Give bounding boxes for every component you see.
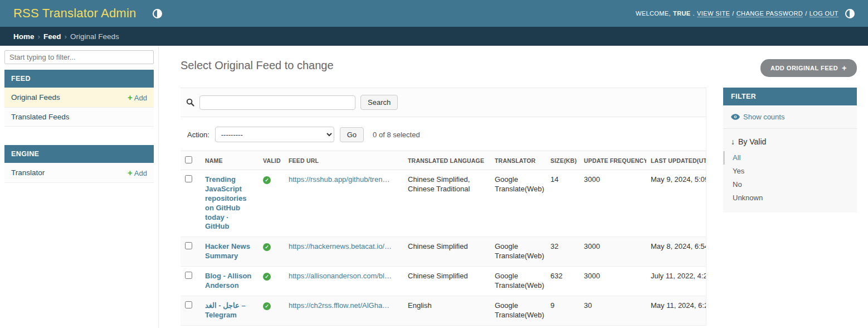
breadcrumb-separator: ›: [65, 32, 67, 41]
eye-icon: [731, 114, 740, 120]
col-header-translator[interactable]: TRANSLATOR: [490, 151, 546, 170]
breadcrumb: Home › Feed › Original Feeds: [0, 27, 868, 46]
welcome-suffix: .: [693, 10, 695, 17]
table-row: عاجل - الغد – Telegram https://ch2rss.ff…: [181, 296, 706, 325]
feed-name-link[interactable]: Trending JavaScript repositories on GitH…: [205, 175, 246, 230]
col-header-name[interactable]: NAME: [201, 151, 259, 170]
breadcrumb-current: Original Feeds: [70, 32, 119, 41]
changelist: Search Action: --------- Go 0 of 8 selec…: [181, 88, 706, 326]
log-out-link[interactable]: LOG OUT: [810, 10, 838, 17]
table-row: Trending JavaScript repositories on GitH…: [181, 170, 706, 237]
col-header-last-updated[interactable]: LAST UPDATED(UTC): [646, 151, 706, 170]
col-header-valid[interactable]: VALID: [259, 151, 284, 170]
size-cell: 32: [546, 237, 579, 267]
row-checkbox[interactable]: [185, 175, 192, 182]
select-all-checkbox[interactable]: [185, 156, 192, 163]
filter-option-yes[interactable]: Yes: [723, 165, 857, 178]
sidebar-item-label[interactable]: Original Feeds: [11, 93, 60, 102]
row-checkbox[interactable]: [185, 242, 192, 249]
search-input[interactable]: [199, 95, 355, 110]
last-updated-cell: May 8, 2024, 6:54 a.m.: [646, 237, 706, 267]
table-row: Blog - Allison Anderson https://allisona…: [181, 267, 706, 296]
row-checkbox[interactable]: [185, 301, 192, 308]
go-button[interactable]: Go: [340, 127, 364, 142]
size-cell: 14: [546, 170, 579, 237]
col-header-size[interactable]: SIZE(KB): [546, 151, 579, 170]
size-cell: 632: [546, 267, 579, 296]
translated-language-cell: Chinese Simplified: [403, 267, 490, 296]
breadcrumb-separator: ›: [38, 32, 41, 41]
show-counts-toggle[interactable]: Show counts: [723, 105, 857, 129]
change-password-link[interactable]: CHANGE PASSWORD: [737, 10, 803, 17]
action-label: Action:: [187, 131, 209, 139]
breadcrumb-feed[interactable]: Feed: [43, 32, 61, 41]
valid-check-icon: [263, 243, 271, 251]
update-frequency-cell: 3000: [579, 170, 646, 237]
sidebar-item-label[interactable]: Translator: [11, 168, 45, 177]
size-cell: 9: [546, 296, 579, 325]
breadcrumb-home[interactable]: Home: [13, 32, 35, 41]
sidebar-item-translator[interactable]: Translator Add: [4, 163, 154, 183]
add-translator-link[interactable]: Add: [128, 168, 147, 177]
feed-name-link[interactable]: عاجل - الغد – Telegram: [205, 301, 246, 319]
sidebar-section-title: ENGINE: [4, 145, 154, 163]
col-header-update-frequency[interactable]: UPDATE FREQUENCY: [579, 151, 646, 170]
last-updated-cell: May 9, 2024, 5:09 a.m.: [646, 170, 706, 237]
result-table: NAME VALID FEED URL TRANSLATED LANGUAGE …: [181, 151, 706, 326]
app-title[interactable]: RSS Translator Admin: [13, 6, 136, 21]
update-frequency-cell: 3000: [579, 267, 646, 296]
filter-options: All Yes No Unknown: [723, 151, 857, 205]
add-original-feed-button[interactable]: ADD ORIGINAL FEED: [760, 59, 857, 77]
plus-icon: [128, 93, 133, 102]
translator-cell: Google Translate(Web): [490, 296, 546, 325]
sidebar-item-label[interactable]: Translated Feeds: [11, 113, 70, 121]
view-site-link[interactable]: VIEW SITE: [697, 10, 730, 17]
translator-cell: Google Translate(Web): [490, 237, 546, 267]
action-select[interactable]: ---------: [215, 127, 334, 142]
sidebar-nav: FEED Original Feeds Add Translated Feeds…: [0, 46, 159, 328]
app-header: RSS Translator Admin WELCOME, TRUE. VIEW…: [0, 0, 868, 27]
filter-panel: FILTER Show counts ↓ By Valid All Yes: [723, 88, 857, 213]
plus-icon: [128, 168, 133, 177]
sidebar-section-engine: ENGINE Translator Add: [4, 145, 154, 183]
welcome-text: WELCOME,: [636, 10, 671, 17]
translated-language-cell: Chinese Simplified, Chinese Traditional: [403, 170, 490, 237]
plus-icon: [842, 64, 847, 73]
selection-counter: 0 of 8 selected: [373, 131, 420, 139]
link-separator: /: [805, 10, 807, 17]
feed-url-link[interactable]: https://rsshub.app/github/tren…: [289, 175, 399, 185]
search-bar: Search: [181, 88, 706, 117]
valid-check-icon: [263, 302, 271, 310]
user-tools: WELCOME, TRUE. VIEW SITE / CHANGE PASSWO…: [636, 9, 855, 18]
theme-toggle-icon[interactable]: [845, 9, 855, 18]
sidebar-filter-input[interactable]: [4, 50, 154, 64]
table-row: Hacker News Summary https://hackernews.b…: [181, 237, 706, 267]
translated-language-cell: Chinese Simplified: [403, 237, 490, 267]
page-title: Select Original Feed to change: [181, 59, 334, 72]
feed-name-link[interactable]: Hacker News Summary: [205, 242, 250, 260]
feed-name-link[interactable]: Blog - Allison Anderson: [205, 272, 251, 290]
theme-toggle-icon[interactable]: [153, 9, 162, 18]
row-checkbox[interactable]: [185, 272, 192, 279]
feed-url-link[interactable]: https://allisonanderson.com/bl…: [289, 272, 399, 281]
table-header-row: NAME VALID FEED URL TRANSLATED LANGUAGE …: [181, 151, 706, 170]
col-header-translated-language[interactable]: TRANSLATED LANGUAGE: [403, 151, 490, 170]
feed-url-link[interactable]: https://hackernews.betacat.io/…: [289, 242, 399, 252]
sidebar-section-feed: FEED Original Feeds Add Translated Feeds: [4, 70, 154, 127]
filter-option-all[interactable]: All: [723, 151, 857, 165]
sidebar-item-original-feeds[interactable]: Original Feeds Add: [4, 88, 154, 108]
filter-option-no[interactable]: No: [723, 178, 857, 191]
valid-check-icon: [263, 273, 271, 281]
col-header-feed-url[interactable]: FEED URL: [284, 151, 403, 170]
filter-group-heading: ↓ By Valid: [723, 129, 857, 151]
filter-option-unknown[interactable]: Unknown: [723, 191, 857, 205]
translator-cell: Google Translate(Web): [490, 170, 546, 237]
update-frequency-cell: 30: [579, 296, 646, 325]
feed-url-link[interactable]: https://ch2rss.fflow.net/AlGha…: [289, 301, 399, 311]
add-original-feed-link[interactable]: Add: [128, 93, 147, 102]
filter-panel-title: FILTER: [723, 88, 857, 105]
search-button[interactable]: Search: [360, 95, 398, 110]
sidebar-section-title: FEED: [4, 70, 154, 88]
username: TRUE: [673, 10, 691, 17]
sidebar-item-translated-feeds[interactable]: Translated Feeds: [4, 108, 154, 127]
